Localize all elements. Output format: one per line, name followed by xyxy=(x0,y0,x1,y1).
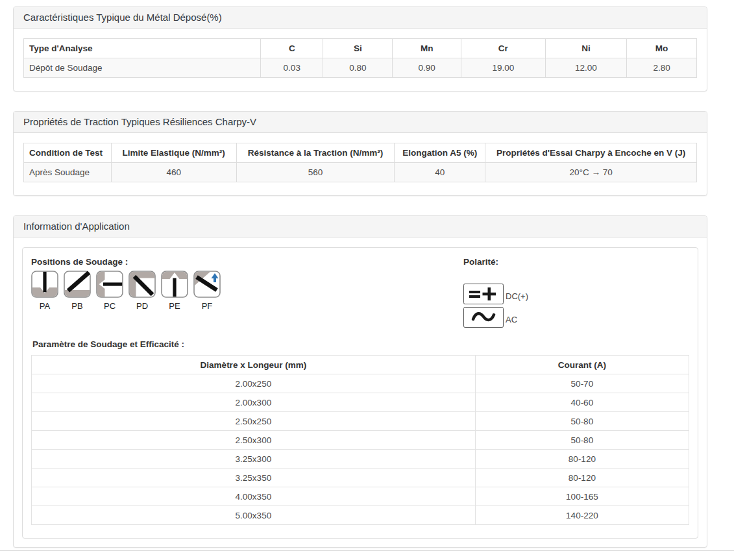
table-row: 2.50x300 50-80 xyxy=(32,431,689,450)
position-item-pc: PC xyxy=(96,271,123,311)
col-header: Propriétés d'Essai Charpy à Encoche en V… xyxy=(485,143,697,163)
col-header: Elongation A5 (%) xyxy=(395,143,485,163)
cell: 0.80 xyxy=(323,58,393,78)
position-pe-icon xyxy=(161,271,188,298)
col-header: Diamètre x Longeur (mm) xyxy=(32,356,476,374)
position-pd-icon xyxy=(128,271,156,298)
cell: 560 xyxy=(236,163,395,182)
polarity-ac-label: AC xyxy=(506,315,517,328)
position-item-pf: PF xyxy=(193,271,221,311)
col-header: Si xyxy=(323,39,393,58)
dc-plus-icon xyxy=(463,284,504,304)
table-row: 2.50x250 50-80 xyxy=(32,412,689,431)
table-row: 3.25x350 80-120 xyxy=(32,469,689,487)
position-pc-icon xyxy=(96,271,123,298)
ac-icon xyxy=(463,307,504,328)
cell: 2.50x300 xyxy=(32,431,476,450)
cell: Dépôt de Soudage xyxy=(24,58,261,78)
datasheet-content: Caractéristiques Typique du Métal Déposé… xyxy=(0,0,734,548)
cell: 2.00x300 xyxy=(32,393,476,412)
position-pf-icon xyxy=(193,271,221,298)
cell: 3.25x350 xyxy=(32,469,476,487)
polarity-dc-label: DC(+) xyxy=(506,291,528,304)
cell: 80-120 xyxy=(475,450,689,469)
cell: 40 xyxy=(395,163,485,182)
col-header: Résistance à la Traction (N/mm²) xyxy=(236,143,395,163)
mechanical-table: Condition de Test Limite Elastique (N/mm… xyxy=(23,143,697,182)
position-label: PB xyxy=(64,301,91,311)
table-row: 5.00x350 140-220 xyxy=(32,506,689,525)
cell: 80-120 xyxy=(475,469,689,487)
cell: Après Soudage xyxy=(24,163,112,182)
position-label: PA xyxy=(31,301,58,311)
cell: 19.00 xyxy=(461,58,546,78)
application-well: Positions de Soudage : PA xyxy=(22,247,698,539)
table-row: Après Soudage 460 560 40 20°C → 70 xyxy=(24,163,697,182)
cell: 0.90 xyxy=(393,58,461,78)
position-pb-icon xyxy=(64,271,91,298)
cell: 2.50x250 xyxy=(32,412,476,431)
cell: 50-80 xyxy=(475,431,689,450)
mechanical-header-row: Condition de Test Limite Elastique (N/mm… xyxy=(24,143,697,163)
deposit-header-row: Type d'Analyse C Si Mn Cr Ni Mo xyxy=(24,39,697,58)
col-header: Mo xyxy=(627,39,697,58)
deposit-panel-title: Caractéristiques Typique du Métal Déposé… xyxy=(14,7,707,29)
col-header: C xyxy=(261,39,323,58)
col-header: Courant (A) xyxy=(475,356,689,374)
table-row: 4.00x350 100-165 xyxy=(32,487,689,506)
table-row: 2.00x300 40-60 xyxy=(32,393,689,412)
col-header: Mn xyxy=(393,39,461,58)
parameters-table: Diamètre x Longeur (mm) Courant (A) 2.00… xyxy=(31,355,689,525)
cell: 4.00x350 xyxy=(32,487,476,506)
position-label: PF xyxy=(193,301,221,311)
col-header: Condition de Test xyxy=(24,143,112,163)
cell: 140-220 xyxy=(475,506,689,525)
position-item-pb: PB xyxy=(64,271,91,311)
position-label: PE xyxy=(161,301,188,311)
polarity-label: Polarité: xyxy=(463,257,689,267)
page-divider xyxy=(0,550,734,551)
table-row: 3.25x300 80-120 xyxy=(32,450,689,469)
deposit-panel: Caractéristiques Typique du Métal Déposé… xyxy=(13,6,707,91)
col-header: Cr xyxy=(461,39,546,58)
col-header: Ni xyxy=(545,39,626,58)
cell: 12.00 xyxy=(545,58,626,78)
position-label: PC xyxy=(96,301,123,311)
position-item-pa: PA xyxy=(31,271,58,311)
welding-positions-section: Positions de Soudage : PA xyxy=(31,257,463,330)
mechanical-panel-title: Propriétés de Traction Typiques Résilien… xyxy=(14,112,707,133)
cell: 2.80 xyxy=(627,58,697,78)
application-panel: Information d'Application Positions de S… xyxy=(13,215,707,548)
position-item-pd: PD xyxy=(128,271,156,311)
polarity-section: Polarité: DC(+) xyxy=(463,257,689,330)
polarity-row-dc: DC(+) xyxy=(463,284,689,304)
table-row: 2.00x250 50-70 xyxy=(32,374,689,393)
position-pa-icon xyxy=(31,271,58,298)
cell: 0.03 xyxy=(261,58,323,78)
table-row: Dépôt de Soudage 0.03 0.80 0.90 19.00 12… xyxy=(24,58,697,78)
parameters-header-row: Diamètre x Longeur (mm) Courant (A) xyxy=(32,356,689,374)
col-header: Limite Elastique (N/mm²) xyxy=(111,143,236,163)
mechanical-panel: Propriétés de Traction Typiques Résilien… xyxy=(13,111,707,196)
deposit-table: Type d'Analyse C Si Mn Cr Ni Mo Dépôt de… xyxy=(23,38,697,78)
position-label: PD xyxy=(128,301,156,311)
cell: 50-70 xyxy=(475,374,689,393)
cell: 100-165 xyxy=(475,487,689,506)
parameters-label: Paramètre de Soudage et Efficacité : xyxy=(31,339,689,349)
positions-label: Positions de Soudage : xyxy=(31,257,463,267)
cell: 3.25x300 xyxy=(32,450,476,469)
cell: 20°C → 70 xyxy=(485,163,697,182)
cell: 40-60 xyxy=(475,393,689,412)
application-panel-title: Information d'Application xyxy=(14,216,707,237)
cell: 2.00x250 xyxy=(32,374,476,393)
cell: 5.00x350 xyxy=(32,506,476,525)
position-item-pe: PE xyxy=(161,271,188,311)
polarity-row-ac: AC xyxy=(463,307,689,328)
cell: 50-80 xyxy=(475,412,689,431)
cell: 460 xyxy=(111,163,236,182)
col-header: Type d'Analyse xyxy=(24,39,261,58)
